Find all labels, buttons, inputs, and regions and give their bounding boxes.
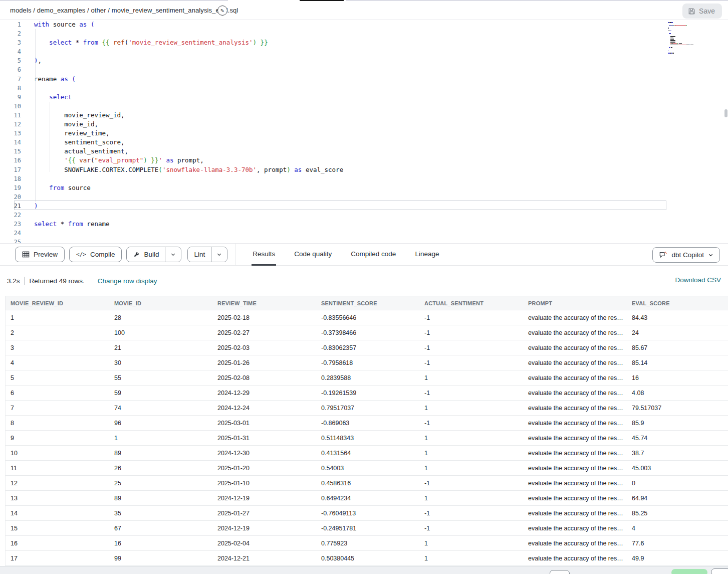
column-header-actual_sentiment[interactable]: ACTUAL_SENTIMENT: [419, 296, 523, 310]
bottom-green-pill[interactable]: [671, 569, 707, 574]
cell-prompt[interactable]: evaluate the accuracy of the res…: [523, 506, 627, 520]
table-row[interactable]: 1282025-02-18-0.83556646-1evaluate the a…: [5, 310, 728, 325]
code-line[interactable]: 14 sentiment_score,: [0, 138, 728, 147]
code-line[interactable]: 16 '{{ var("eval_prompt") }}' as prompt,: [0, 156, 728, 165]
code-line[interactable]: 15 actual_sentiment,: [0, 147, 728, 156]
code-line[interactable]: 5),: [0, 56, 728, 65]
compile-button[interactable]: </> Compile: [69, 247, 122, 262]
edit-file-icon[interactable]: ✎: [217, 6, 227, 16]
cell-movie_review_id: 10: [6, 446, 109, 460]
breadcrumb[interactable]: models / demo_examples / other / movie_r…: [10, 7, 238, 14]
tab-lineage[interactable]: Lineage: [414, 243, 440, 266]
cell-actual_sentiment: 1: [419, 370, 523, 385]
table-row[interactable]: 15672024-12-19-0.24951781-1evaluate the …: [5, 521, 728, 536]
code-line[interactable]: 11 movie_review_id,: [0, 111, 728, 120]
table-row[interactable]: 16162025-02-040.7759231evaluate the accu…: [5, 536, 728, 551]
minimap-line: [668, 24, 718, 25]
cell-prompt[interactable]: evaluate the accuracy of the res…: [523, 491, 627, 505]
code-line[interactable]: 1with source as (: [0, 20, 728, 29]
table-row[interactable]: 21002025-02-27-0.37398466-1evaluate the …: [5, 325, 728, 340]
cell-prompt[interactable]: evaluate the accuracy of the res…: [523, 536, 627, 550]
table-row[interactable]: 12252025-01-100.4586316-1evaluate the ac…: [5, 476, 728, 491]
cell-prompt[interactable]: evaluate the accuracy of the res…: [523, 416, 627, 430]
table-row[interactable]: 11262025-01-200.540031evaluate the accur…: [5, 461, 728, 476]
cell-sentiment_score: -0.83062357: [316, 340, 419, 355]
cell-prompt[interactable]: evaluate the accuracy of the res…: [523, 551, 627, 565]
table-row[interactable]: 6592024-12-29-0.19261539-1evaluate the a…: [5, 386, 728, 401]
dbt-copilot-button[interactable]: dbt Copilot: [652, 247, 720, 263]
table-row[interactable]: 8962025-03-01-0.869063-1evaluate the acc…: [5, 416, 728, 431]
code-line[interactable]: 25: [0, 238, 728, 243]
table-row[interactable]: 10892024-12-300.41315641evaluate the acc…: [5, 446, 728, 461]
tab-results[interactable]: Results: [252, 243, 276, 266]
lint-button[interactable]: Lint: [188, 247, 211, 262]
column-header-prompt[interactable]: PROMPT: [523, 296, 627, 310]
code-line[interactable]: 6: [0, 65, 728, 74]
build-dropdown-button[interactable]: [165, 247, 181, 262]
code-line[interactable]: 24: [0, 229, 728, 238]
code-editor[interactable]: 1with source as (23 select * from {{ ref…: [0, 20, 728, 243]
code-line[interactable]: 21): [0, 202, 728, 211]
table-row[interactable]: 912025-01-310.511483431evaluate the accu…: [5, 431, 728, 446]
table-row[interactable]: 7742024-12-240.795170371evaluate the acc…: [5, 401, 728, 416]
code-line[interactable]: 19 from source: [0, 183, 728, 193]
cell-prompt[interactable]: evaluate the accuracy of the res…: [523, 476, 627, 490]
cell-eval_score: 4: [627, 521, 723, 535]
cell-prompt[interactable]: evaluate the accuracy of the res…: [523, 401, 627, 415]
table-row[interactable]: 17992024-12-210.503804451evaluate the ac…: [5, 551, 728, 566]
code-line[interactable]: 20: [0, 193, 728, 202]
code-line[interactable]: 23select * from rename: [0, 220, 728, 229]
code-line[interactable]: 17 SNOWFLAKE.CORTEX.COMPLETE('snowflake-…: [0, 165, 728, 174]
column-header-eval_score[interactable]: EVAL_SCORE: [627, 296, 723, 310]
column-header-movie_review_id[interactable]: MOVIE_REVIEW_ID: [6, 296, 109, 310]
status-separator: [25, 277, 25, 285]
bottom-white-button-partial[interactable]: [711, 568, 728, 574]
column-header-review_time[interactable]: REVIEW_TIME: [212, 296, 316, 310]
cell-prompt[interactable]: evaluate the accuracy of the res…: [523, 461, 627, 475]
code-line[interactable]: 4: [0, 47, 728, 56]
build-button[interactable]: Build: [127, 247, 165, 262]
code-line[interactable]: 10: [0, 102, 728, 111]
cell-prompt[interactable]: evaluate the accuracy of the res…: [523, 521, 627, 535]
code-line[interactable]: 22: [0, 211, 728, 220]
cell-prompt[interactable]: evaluate the accuracy of the res…: [523, 355, 627, 370]
cell-prompt[interactable]: evaluate the accuracy of the res…: [523, 446, 627, 460]
dbt-ide-app: models / demo_examples / other / movie_r…: [0, 0, 728, 574]
table-row[interactable]: 5552025-02-080.28395881evaluate the accu…: [5, 370, 728, 386]
code-line[interactable]: 13 review_time,: [0, 129, 728, 138]
code-line[interactable]: 12 movie_id,: [0, 120, 728, 129]
cell-actual_sentiment: -1: [419, 386, 523, 400]
code-line[interactable]: 2: [0, 29, 728, 38]
column-header-movie_id[interactable]: MOVIE_ID: [109, 296, 212, 310]
cell-prompt[interactable]: evaluate the accuracy of the res…: [523, 325, 627, 340]
bottom-button-partial[interactable]: [550, 570, 570, 574]
table-row[interactable]: 14352025-01-27-0.76049113-1evaluate the …: [5, 506, 728, 521]
column-header-sentiment_score[interactable]: SENTIMENT_SCORE: [316, 296, 419, 310]
cell-prompt[interactable]: evaluate the accuracy of the res…: [523, 310, 627, 325]
code-line[interactable]: 3 select * from {{ ref('movie_review_sen…: [0, 38, 728, 47]
cell-movie_id: 28: [109, 310, 212, 325]
tab-code-quality[interactable]: Code quality: [293, 243, 333, 266]
table-row[interactable]: 4302025-01-26-0.7958618-1evaluate the ac…: [5, 355, 728, 370]
table-row[interactable]: 3212025-02-03-0.83062357-1evaluate the a…: [5, 340, 728, 355]
preview-button[interactable]: Preview: [15, 247, 65, 262]
table-row[interactable]: 13892024-12-190.64942341evaluate the acc…: [5, 491, 728, 506]
cell-prompt[interactable]: evaluate the accuracy of the res…: [523, 431, 627, 445]
cell-prompt[interactable]: evaluate the accuracy of the res…: [523, 386, 627, 400]
code-line[interactable]: 9 select: [0, 93, 728, 102]
code-line[interactable]: 7rename as (: [0, 75, 728, 84]
cell-actual_sentiment: 1: [419, 461, 523, 475]
change-row-display-link[interactable]: Change row display: [98, 277, 157, 285]
cell-prompt[interactable]: evaluate the accuracy of the res…: [523, 370, 627, 385]
line-number: 24: [0, 229, 21, 238]
line-number: 17: [0, 165, 21, 174]
tab-compiled-code[interactable]: Compiled code: [350, 243, 397, 266]
download-csv-link[interactable]: Download CSV: [675, 276, 721, 284]
save-button[interactable]: Save: [682, 4, 722, 19]
code-line[interactable]: 18: [0, 174, 728, 183]
code-line[interactable]: 8: [0, 84, 728, 93]
editor-minimap[interactable]: [668, 22, 718, 57]
editor-scrollbar[interactable]: [724, 109, 727, 117]
cell-prompt[interactable]: evaluate the accuracy of the res…: [523, 340, 627, 355]
lint-dropdown-button[interactable]: [211, 247, 227, 262]
